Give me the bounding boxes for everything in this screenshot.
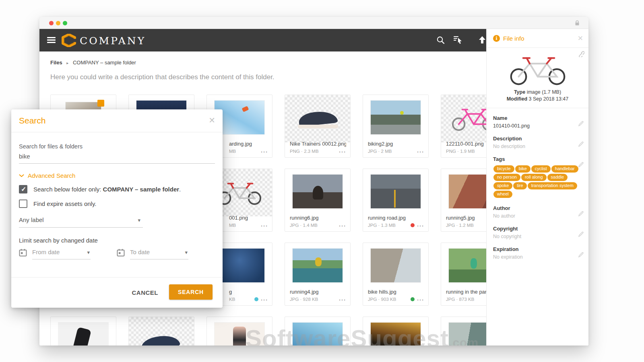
tag-pill[interactable]: transportation system [528,182,577,189]
hamburger-menu-icon[interactable] [47,37,56,45]
expire-checkbox[interactable] [19,200,27,208]
dropdown-caret-icon: ▾ [87,249,90,255]
file-meta: JPG · 928 KB [290,297,318,302]
scope-checkbox[interactable] [19,185,27,193]
search-dialog: Search ✕ Search for files & folders Adva… [11,109,223,308]
file-card[interactable]: biking2.jpg JPG · 2 MB ··· [363,95,429,158]
more-menu-icon[interactable]: ··· [261,222,268,229]
calendar-icon[interactable] [117,249,125,258]
bicycle-illustration [216,180,263,206]
black-watch-photo [58,323,108,346]
search-button[interactable]: SEARCH [169,284,213,300]
field-name: Name 101410-001.png [493,115,583,129]
file-meta: KB [229,297,235,302]
dropdown-caret-icon: ▾ [185,249,188,255]
close-window-button[interactable] [49,21,54,25]
file-card[interactable]: running4.jpg JPG · 928 KB ··· [285,243,351,306]
scope-checkbox-row: Search below folder only: COMPANY – samp… [19,185,215,193]
bike-hills-photo [371,249,421,282]
search-icon[interactable] [436,35,446,46]
tag-pill[interactable]: wheel [493,191,512,198]
file-meta: PNG · 1.9 MB [446,149,475,154]
more-menu-icon[interactable]: ··· [417,148,424,155]
cancel-button[interactable]: CANCEL [132,289,159,296]
more-menu-icon[interactable]: ··· [261,296,268,303]
file-meta-row: JPG · 1.3 MB ··· [368,223,424,228]
running-road-photo [371,175,421,208]
breadcrumb: Files ▸ COMPANY – sample folder [50,60,136,66]
multi-select-icon[interactable] [453,35,464,46]
edit-name-icon[interactable] [578,121,584,128]
file-meta: JPG · 903 KB [368,297,396,302]
minimize-window-button[interactable] [56,21,60,25]
field-description: Description No description [493,136,583,149]
zoom-window-button[interactable] [63,21,67,25]
more-menu-icon[interactable]: ··· [417,296,424,303]
file-name: Nike Trainers 00012.png [290,141,346,147]
edit-description-icon[interactable] [578,141,584,148]
more-menu-icon[interactable]: ··· [339,222,346,229]
search-dialog-footer: CANCEL SEARCH [11,277,223,308]
edit-copyright-icon[interactable] [578,231,584,239]
tag-pill[interactable]: cyclist [531,165,551,173]
tag-pill[interactable]: tire [513,182,526,189]
file-meta: JPG · 1.4 MB [290,223,318,228]
lock-icon [575,20,580,28]
more-menu-icon[interactable]: ··· [339,148,346,155]
file-meta-row: JPG · 928 KB ··· [290,297,346,302]
close-panel-icon[interactable]: ✕ [578,34,583,43]
file-type-modified: Type image (1.7 MB) Modified 3 Sep 2018 … [487,89,588,103]
brand-name: COMPANY [80,35,146,47]
file-card[interactable] [128,317,194,346]
file-meta-row: JPG · 2 MB ··· [368,149,424,154]
share-link-icon[interactable] [578,51,584,59]
field-author: Author No author [493,205,583,219]
file-meta: PNG · 2.3 MB [290,149,319,154]
file-meta: JPG · 2 MB [368,149,392,154]
field-expiration: Expiration No expiration [493,246,583,260]
breadcrumb-current-folder: COMPANY – sample folder [73,60,136,66]
file-info-header: i File info ✕ [487,29,588,48]
tag-pill[interactable]: bicycle [493,165,514,173]
file-card[interactable] [50,317,116,346]
watermark: SoftwareSuggest.com [246,325,479,346]
close-dialog-icon[interactable]: ✕ [208,115,215,125]
search-query-label: Search for files & folders [19,132,215,150]
tag-pill[interactable]: spoke [493,182,512,189]
tag-pill[interactable]: bike [515,165,530,173]
edit-tags-icon[interactable] [578,162,584,169]
file-info-title: File info [503,35,524,42]
file-meta: JPG · 1.3 MB [368,223,396,228]
file-meta-row: JPG · 1.4 MB ··· [290,223,346,228]
tag-pill[interactable]: roll along [521,174,547,181]
breadcrumb-files-link[interactable]: Files [50,60,62,66]
tag-pill[interactable]: handlebar [551,165,578,173]
file-name: running4.jpg [290,289,346,295]
edit-author-icon[interactable] [578,211,584,218]
field-copyright: Copyright No copyright [493,226,583,239]
more-menu-icon[interactable]: ··· [261,148,268,155]
advanced-search-toggle[interactable]: Advanced Search [19,172,215,179]
calendar-icon[interactable] [19,249,27,258]
label-filter-dropdown[interactable]: Any label ▾ [19,216,143,228]
expire-checkbox-row: Find expire assets only. [19,200,215,208]
tag-pill[interactable]: no person [493,174,520,181]
tags-list: bicyclebikecyclisthandlebarno personroll… [493,165,585,198]
from-date-picker[interactable]: From date ▾ [32,249,91,259]
file-card[interactable]: running6.jpg JPG · 1.4 MB ··· [285,169,351,232]
navy-sneaker-product [129,317,194,346]
to-date-picker[interactable]: To date ▾ [130,249,188,259]
more-menu-icon[interactable]: ··· [417,222,424,229]
more-menu-icon[interactable]: ··· [339,296,346,303]
file-card[interactable]: running road.jpg JPG · 1.3 MB ··· [363,169,429,232]
company-logo[interactable] [62,34,76,49]
file-card[interactable]: Nike Trainers 00012.png PNG · 2.3 MB ··· [285,95,351,158]
file-card[interactable]: bike hills.jpg JPG · 903 KB ··· [363,243,429,306]
search-query-input[interactable] [19,151,215,164]
edit-expiration-icon[interactable] [578,252,584,259]
tag-pill[interactable]: saddle [547,174,568,181]
file-name: running6.jpg [290,215,346,221]
file-preview[interactable] [506,54,570,85]
bicycle-preview-illustration [508,53,568,86]
file-info-panel: i File info ✕ Type image (1.7 MB) Modifi… [486,29,588,346]
